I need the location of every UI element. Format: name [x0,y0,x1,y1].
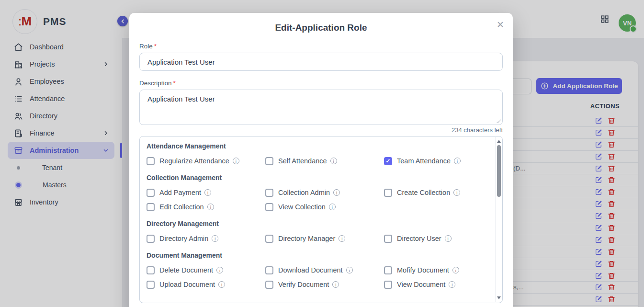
checkbox[interactable] [384,266,392,274]
checkbox[interactable] [384,157,392,165]
checkbox[interactable] [147,235,155,243]
description-textarea[interactable]: Application Test User [139,90,503,125]
permission-item[interactable]: Create Collection i [384,187,488,198]
permission-item[interactable]: Mofify Document i [384,265,488,275]
checkbox[interactable] [265,157,273,165]
permission-item[interactable]: Directory User i [384,233,488,244]
permission-item[interactable]: Team Attendance i [384,156,488,166]
close-icon[interactable]: ✕ [494,18,507,31]
panel-scrollbar[interactable] [495,137,502,302]
checkbox-label: Mofify Document [397,266,449,274]
checkbox-label: Delete Document [159,266,213,274]
info-icon[interactable]: i [212,235,218,242]
info-icon[interactable]: i [339,235,345,242]
info-icon[interactable]: i [207,204,214,210]
info-icon[interactable]: i [454,158,461,164]
checkbox-label: Directory Manager [278,235,335,242]
edit-application-role-modal: ✕ Edit-Application Role Role* Descriptio… [129,13,513,307]
info-icon[interactable]: i [332,281,339,288]
permission-item[interactable]: View Collection i [265,202,384,212]
permission-item[interactable]: View Document i [384,279,488,290]
description-field-label: Description* [139,80,503,87]
checkbox[interactable] [265,266,273,274]
role-label-text: Role [139,43,153,50]
required-asterisk: * [154,43,157,50]
checkbox[interactable] [384,235,392,243]
permission-item[interactable]: Delete Document i [147,265,265,275]
checkbox-label: Self Attendance [278,157,327,165]
permission-item[interactable]: Add Payment i [147,187,265,198]
checkbox[interactable] [265,189,273,197]
checkbox[interactable] [384,189,392,197]
checkbox-label: Upload Document [159,281,215,288]
checkbox-label: View Collection [278,203,326,211]
characters-left-counter: 234 characters left [139,126,503,134]
permission-grid: Add Payment i Collection Admin i Create … [147,187,488,212]
info-icon[interactable]: i [329,204,336,210]
permissions-panel: Attendance Management Regularize Attenda… [139,136,503,303]
checkbox-label: Team Attendance [397,157,451,165]
checkbox[interactable] [265,203,273,211]
checkbox[interactable] [147,203,155,211]
permission-item[interactable]: Directory Admin i [147,233,265,244]
permission-item[interactable]: Regularize Attendance i [147,156,265,166]
permission-item[interactable]: Self Attendance i [265,156,384,166]
permission-item[interactable]: Upload Document i [147,279,265,290]
checkbox[interactable] [384,281,392,289]
role-input[interactable] [139,53,503,71]
info-icon[interactable]: i [449,281,455,288]
section-title: Collection Management [147,174,488,182]
section-title: Attendance Management [147,142,488,150]
required-asterisk: * [173,80,176,87]
permission-grid: Delete Document i Download Document i Mo… [147,265,488,290]
checkbox-label: Create Collection [397,189,450,196]
checkbox-label: Collection Admin [278,189,330,196]
checkbox-label: Add Payment [159,189,201,196]
checkbox-label: Directory Admin [159,235,208,242]
checkbox[interactable] [147,281,155,289]
scroll-up-icon[interactable] [497,140,501,143]
info-icon[interactable]: i [452,267,459,273]
permission-grid: Regularize Attendance i Self Attendance … [147,156,488,166]
permission-item[interactable]: Verify Document i [265,279,384,290]
checkbox-label: Regularize Attendance [159,157,229,165]
info-icon[interactable]: i [218,281,225,288]
checkbox-label: View Document [397,281,445,288]
checkbox[interactable] [147,189,155,197]
info-icon[interactable]: i [330,158,337,164]
section-title: Directory Management [147,220,488,227]
checkbox[interactable] [265,235,273,243]
permission-item[interactable]: Download Document i [265,265,384,275]
role-field-label: Role* [139,43,503,50]
info-icon[interactable]: i [204,189,211,196]
checkbox[interactable] [147,157,155,165]
info-icon[interactable]: i [346,267,353,273]
info-icon[interactable]: i [233,158,239,164]
scroll-down-icon[interactable] [497,296,501,299]
modal-title: Edit-Application Role [139,23,503,34]
checkbox[interactable] [147,266,155,274]
permission-item[interactable]: Edit Collection i [147,202,265,212]
section-title: Document Management [147,251,488,259]
info-icon[interactable]: i [453,189,460,196]
info-icon[interactable]: i [445,235,452,242]
checkbox-label: Verify Document [278,281,329,288]
checkbox[interactable] [265,281,273,289]
info-icon[interactable]: i [333,189,340,196]
info-icon[interactable]: i [216,267,223,273]
permission-grid: Directory Admin i Directory Manager i Di… [147,233,488,244]
permission-item[interactable]: Directory Manager i [265,233,384,244]
description-label-text: Description [139,80,172,87]
checkbox-label: Directory User [397,235,441,242]
checkbox-label: Download Document [278,266,343,274]
permission-item[interactable]: Collection Admin i [265,187,384,198]
scrollbar-thumb[interactable] [497,145,501,197]
checkbox-label: Edit Collection [159,203,204,211]
